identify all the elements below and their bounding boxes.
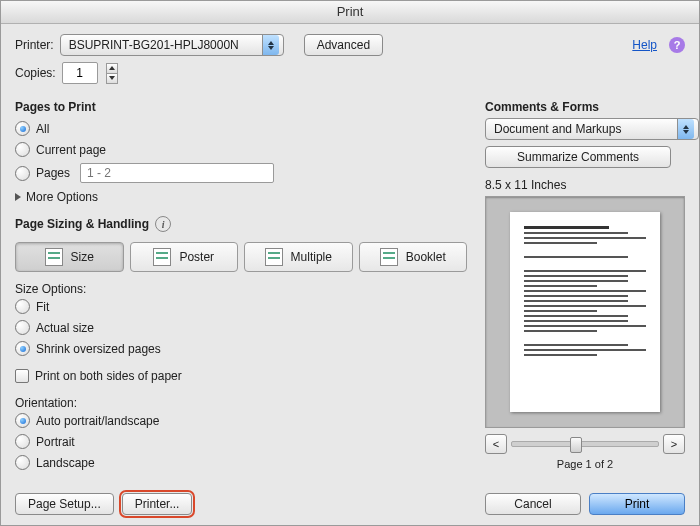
printer-select[interactable]: BSUPRINT-BG201-HPLJ8000N — [60, 34, 284, 56]
radio-icon — [15, 166, 30, 181]
printer-button[interactable]: Printer... — [122, 493, 193, 515]
page-indicator: Page 1 of 2 — [485, 458, 685, 470]
dialog-body: Printer: BSUPRINT-BG201-HPLJ8000N Advanc… — [1, 24, 699, 525]
radio-actual[interactable]: Actual size — [15, 320, 467, 335]
orientation-title: Orientation: — [15, 396, 467, 410]
radio-icon — [15, 299, 30, 314]
comments-title: Comments & Forms — [485, 100, 685, 114]
copies-label: Copies: — [15, 66, 56, 80]
print-button[interactable]: Print — [589, 493, 685, 515]
radio-pages[interactable]: Pages — [15, 163, 467, 183]
help-icon[interactable]: ? — [669, 37, 685, 53]
right-column: Comments & Forms Document and Markups Su… — [485, 96, 685, 483]
comments-select[interactable]: Document and Markups — [485, 118, 699, 140]
radio-fit[interactable]: Fit — [15, 299, 467, 314]
poster-icon — [153, 248, 171, 266]
stepper-up-icon[interactable] — [106, 63, 118, 74]
booklet-icon — [380, 248, 398, 266]
check-both-sides[interactable]: Print on both sides of paper — [15, 369, 467, 383]
seg-size[interactable]: Size — [15, 242, 124, 272]
preview-frame — [485, 196, 685, 428]
radio-icon — [15, 341, 30, 356]
copies-stepper[interactable] — [106, 63, 118, 84]
disclosure-triangle-icon — [15, 193, 21, 201]
radio-icon — [15, 320, 30, 335]
multiple-icon — [265, 248, 283, 266]
size-icon — [45, 248, 63, 266]
advanced-button[interactable]: Advanced — [304, 34, 383, 56]
next-page-button[interactable]: > — [663, 434, 685, 454]
summarize-comments-button[interactable]: Summarize Comments — [485, 146, 671, 168]
cancel-button[interactable]: Cancel — [485, 493, 581, 515]
print-dialog: Print Printer: BSUPRINT-BG201-HPLJ8000N … — [0, 0, 700, 526]
preview-dimensions: 8.5 x 11 Inches — [485, 178, 685, 192]
radio-icon — [15, 121, 30, 136]
sizing-title-row: Page Sizing & Handling i — [15, 216, 467, 232]
seg-poster[interactable]: Poster — [130, 242, 239, 272]
slider-thumb-icon[interactable] — [570, 437, 582, 453]
radio-current[interactable]: Current page — [15, 142, 467, 157]
window-title: Print — [337, 4, 364, 19]
prev-page-button[interactable]: < — [485, 434, 507, 454]
more-options-disclosure[interactable]: More Options — [15, 190, 467, 204]
copies-input[interactable] — [62, 62, 98, 84]
left-column: Pages to Print All Current page Pages Mo… — [15, 96, 467, 483]
page-slider[interactable] — [511, 441, 659, 447]
size-options-title: Size Options: — [15, 282, 467, 296]
radio-shrink[interactable]: Shrink oversized pages — [15, 341, 467, 356]
seg-multiple[interactable]: Multiple — [244, 242, 353, 272]
sizing-segments: Size Poster Multiple Booklet — [15, 242, 467, 272]
preview-page — [510, 212, 660, 412]
updown-icon — [262, 35, 279, 55]
help-link[interactable]: Help — [632, 38, 657, 52]
comments-select-value: Document and Markups — [494, 122, 671, 136]
page-range-input[interactable] — [80, 163, 274, 183]
info-icon[interactable]: i — [155, 216, 171, 232]
titlebar: Print — [1, 1, 699, 24]
radio-orient-landscape[interactable]: Landscape — [15, 455, 467, 470]
seg-booklet[interactable]: Booklet — [359, 242, 468, 272]
radio-orient-auto[interactable]: Auto portrait/landscape — [15, 413, 467, 428]
copies-row: Copies: — [15, 62, 685, 84]
printer-row: Printer: BSUPRINT-BG201-HPLJ8000N Advanc… — [15, 34, 685, 56]
columns: Pages to Print All Current page Pages Mo… — [15, 96, 685, 483]
radio-icon — [15, 455, 30, 470]
checkbox-icon — [15, 369, 29, 383]
radio-all[interactable]: All — [15, 121, 467, 136]
pages-title: Pages to Print — [15, 100, 467, 114]
radio-icon — [15, 434, 30, 449]
footer-row: Page Setup... Printer... Cancel Print — [15, 483, 685, 515]
printer-label: Printer: — [15, 38, 54, 52]
updown-icon — [677, 119, 694, 139]
radio-icon — [15, 142, 30, 157]
radio-orient-portrait[interactable]: Portrait — [15, 434, 467, 449]
sizing-title: Page Sizing & Handling — [15, 217, 149, 231]
pager-row: < > — [485, 434, 685, 454]
page-setup-button[interactable]: Page Setup... — [15, 493, 114, 515]
radio-icon — [15, 413, 30, 428]
printer-select-value: BSUPRINT-BG201-HPLJ8000N — [69, 38, 256, 52]
stepper-down-icon[interactable] — [106, 74, 118, 84]
